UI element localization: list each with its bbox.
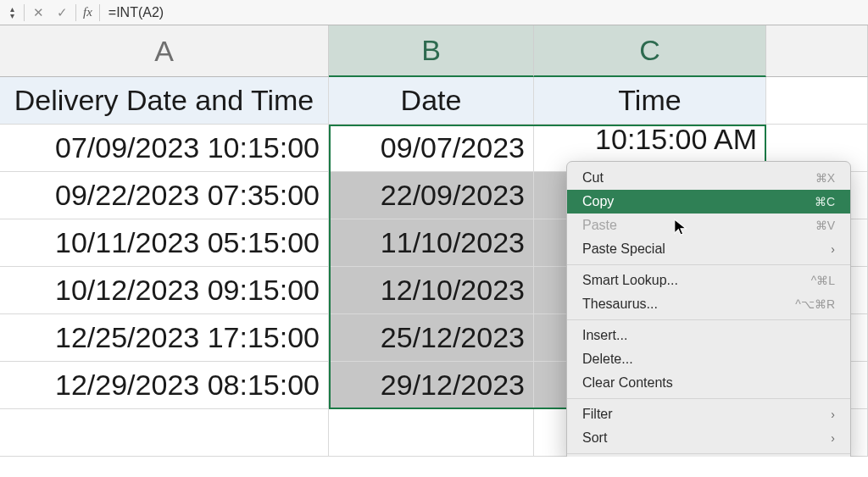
stepper-down-icon[interactable]: ▾: [10, 13, 14, 19]
divider: [99, 4, 100, 21]
divider: [75, 4, 76, 21]
header-cell-c[interactable]: Time: [534, 77, 766, 125]
cell[interactable]: 25/12/2023: [329, 314, 534, 362]
ctx-sort[interactable]: Sort ›: [567, 426, 850, 450]
table-row: Delivery Date and Time Date Time: [0, 77, 868, 125]
empty-cell[interactable]: [0, 409, 329, 457]
chevron-right-icon: ›: [831, 431, 835, 445]
ctx-cut[interactable]: Cut ⌘X: [567, 166, 850, 190]
cell[interactable]: 10/12/2023 09:15:00: [0, 267, 329, 314]
ctx-copy[interactable]: Copy ⌘C: [567, 190, 850, 214]
menu-separator: [567, 319, 850, 320]
confirm-icon[interactable]: ✓: [52, 5, 72, 20]
ctx-thesaurus[interactable]: Thesaurus... ^⌥⌘R: [567, 292, 850, 316]
formula-bar: ▴ ▾ ✕ ✓ fx =INT(A2): [0, 0, 868, 25]
menu-separator: [567, 398, 850, 399]
cell[interactable]: 11/10/2023: [329, 219, 534, 267]
ctx-filter[interactable]: Filter ›: [567, 402, 850, 426]
cancel-icon[interactable]: ✕: [28, 5, 48, 20]
column-header-row: A B C: [0, 25, 868, 77]
cell[interactable]: 12/25/2023 17:15:00: [0, 314, 329, 362]
col-header-a[interactable]: A: [0, 25, 329, 77]
col-header-c[interactable]: C: [534, 25, 766, 77]
header-cell-b[interactable]: Date: [329, 77, 534, 125]
cell[interactable]: 09/22/2023 07:35:00: [0, 172, 329, 219]
context-menu: Cut ⌘X Copy ⌘C Paste ⌘V Paste Special › …: [566, 161, 851, 457]
menu-separator: [567, 264, 850, 265]
ctx-paste-special[interactable]: Paste Special ›: [567, 237, 850, 261]
ctx-insert[interactable]: Insert...: [567, 324, 850, 347]
menu-separator: [567, 453, 850, 454]
ctx-smart-lookup[interactable]: Smart Lookup... ^⌘L: [567, 269, 850, 292]
ctx-delete[interactable]: Delete...: [567, 347, 850, 371]
formula-input[interactable]: =INT(A2): [103, 5, 865, 20]
cell[interactable]: 12/29/2023 08:15:00: [0, 362, 329, 409]
col-header-b[interactable]: B: [329, 25, 534, 77]
chevron-right-icon: ›: [831, 242, 835, 256]
ctx-clear-contents[interactable]: Clear Contents: [567, 371, 850, 395]
divider: [24, 4, 25, 21]
name-box-stepper[interactable]: ▴ ▾: [3, 6, 20, 19]
chevron-right-icon: ›: [831, 408, 835, 421]
empty-cell[interactable]: [329, 409, 534, 457]
cell[interactable]: 10/11/2023 05:15:00: [0, 219, 329, 267]
ctx-paste: Paste ⌘V: [567, 214, 850, 237]
cell[interactable]: 29/12/2023: [329, 362, 534, 409]
fx-label[interactable]: fx: [80, 5, 96, 19]
spreadsheet-grid[interactable]: A B C Delivery Date and Time Date Time 0…: [0, 25, 868, 457]
cell[interactable]: 12/10/2023: [329, 267, 534, 314]
cell[interactable]: 09/07/2023: [329, 125, 534, 172]
cell[interactable]: 22/09/2023: [329, 172, 534, 219]
empty-cell[interactable]: [766, 77, 868, 125]
cell[interactable]: 07/09/2023 10:15:00: [0, 125, 329, 172]
col-header-extra[interactable]: [766, 25, 868, 77]
header-cell-a[interactable]: Delivery Date and Time: [0, 77, 329, 125]
